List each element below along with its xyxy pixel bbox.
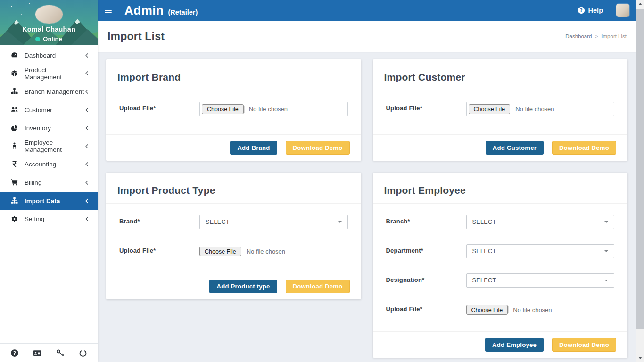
sidebar-item-product-management[interactable]: Product Management	[0, 65, 98, 83]
male-person-icon	[11, 142, 18, 150]
users-icon	[11, 106, 18, 114]
breadcrumb-current: Import List	[601, 33, 627, 39]
sidebar-item-import-data[interactable]: Import Data	[0, 192, 98, 210]
help-label: Help	[588, 7, 603, 14]
rupee-sign-icon	[11, 161, 18, 168]
page-title: Import List	[107, 30, 165, 43]
chevron-left-icon	[85, 53, 89, 58]
sidebar-item-setting[interactable]: Setting	[0, 210, 98, 228]
employee-file-input[interactable]: Choose File No file chosen	[466, 303, 615, 317]
caret-down-icon	[604, 250, 608, 252]
profile-header: Komal Chauhan Online	[0, 0, 98, 45]
tachometer-icon	[11, 51, 18, 59]
choose-file-button[interactable]: Choose File	[199, 247, 241, 256]
help-button[interactable]: ? Help	[578, 7, 603, 14]
gear-icon	[11, 215, 18, 223]
download-demo-button[interactable]: Download Demo	[286, 280, 350, 293]
brand-file-input[interactable]: Choose File No file chosen	[199, 102, 348, 116]
sidebar: Komal Chauhan Online Dashboard Product M…	[0, 0, 98, 362]
card-title: Import Employee	[373, 173, 628, 204]
question-circle-icon[interactable]: ?	[10, 349, 19, 357]
department-select[interactable]: SELECT	[466, 244, 615, 258]
profile-name: Komal Chauhan	[0, 25, 98, 33]
scroll-down-arrow[interactable]	[636, 354, 644, 362]
chevron-left-icon	[85, 198, 89, 204]
select-value: SELECT	[472, 248, 496, 255]
download-demo-button[interactable]: Download Demo	[286, 141, 350, 155]
shopping-cart-icon	[11, 179, 18, 186]
sidebar-item-billing[interactable]: Billing	[0, 173, 98, 192]
scroll-up-arrow[interactable]	[636, 0, 644, 8]
brand-title: Admin	[124, 3, 164, 18]
breadcrumb-dashboard-link[interactable]: Dashboard	[565, 33, 592, 39]
chevron-left-icon	[85, 71, 89, 76]
brand-select[interactable]: SELECT	[199, 215, 348, 229]
online-status-label: Online	[43, 35, 62, 42]
chevron-left-icon	[85, 180, 89, 185]
key-icon[interactable]	[56, 349, 65, 357]
topbar: Admin (Retailer) ? Help	[98, 0, 636, 21]
sidebar-item-dashboard[interactable]: Dashboard	[0, 46, 98, 65]
card-title: Import Customer	[373, 59, 628, 90]
choose-file-button[interactable]: Choose File	[466, 305, 508, 315]
download-demo-button[interactable]: Download Demo	[552, 338, 616, 352]
sidebar-item-label: Customer	[25, 107, 85, 114]
customer-file-input[interactable]: Choose File No file chosen	[466, 102, 615, 116]
sidebar-footer: ?	[0, 343, 98, 362]
upload-file-label: Upload File*	[386, 102, 466, 112]
breadcrumb-separator: >	[595, 34, 598, 39]
add-brand-button[interactable]: Add Brand	[230, 141, 277, 155]
download-demo-button[interactable]: Download Demo	[552, 141, 616, 155]
select-value: SELECT	[472, 219, 496, 225]
sidebar-item-label: Import Data	[25, 197, 85, 205]
sidebar-item-customer[interactable]: Customer	[0, 101, 98, 119]
power-off-icon[interactable]	[79, 349, 87, 357]
chart-pie-icon	[11, 124, 18, 132]
file-status-text: No file chosen	[508, 306, 552, 313]
sidebar-item-label: Accounting	[25, 161, 85, 168]
vertical-scrollbar[interactable]	[636, 0, 644, 362]
branch-select[interactable]: SELECT	[466, 215, 615, 229]
sidebar-item-inventory[interactable]: Inventory	[0, 119, 98, 137]
add-product-type-button[interactable]: Add Product type	[209, 280, 277, 293]
menu-hamburger-icon[interactable]	[105, 8, 112, 13]
brand-role: (Retailer)	[168, 8, 198, 16]
select-value: SELECT	[472, 277, 496, 284]
content-grid: Import Brand Upload File* Choose File No…	[98, 52, 636, 362]
file-status-text: No file chosen	[242, 248, 285, 255]
caret-down-icon	[604, 280, 608, 281]
online-status-dot	[35, 37, 40, 41]
profile-avatar[interactable]	[35, 5, 63, 24]
user-avatar[interactable]	[616, 4, 629, 17]
product-type-file-input[interactable]: Choose File No file chosen	[199, 244, 348, 259]
chevron-left-icon	[85, 216, 89, 222]
import-product-type-card: Import Product Type Brand* SELECT Upload…	[106, 173, 361, 299]
designation-select-label: Designation*	[386, 273, 466, 283]
sidebar-item-label: Inventory	[25, 124, 85, 132]
sitemap-icon	[11, 197, 18, 205]
sidebar-item-label: Setting	[25, 215, 85, 222]
import-brand-card: Import Brand Upload File* Choose File No…	[106, 59, 361, 161]
add-customer-button[interactable]: Add Customer	[486, 141, 544, 155]
add-employee-button[interactable]: Add Employee	[485, 338, 544, 352]
sidebar-item-label: Branch Management	[25, 88, 85, 95]
branch-select-label: Branch*	[386, 215, 466, 225]
sidebar-item-accounting[interactable]: Accounting	[0, 156, 98, 174]
chevron-left-icon	[85, 89, 89, 94]
sidebar-item-label: Billing	[25, 179, 85, 186]
upload-file-label: Upload File*	[119, 244, 199, 254]
upload-file-label: Upload File*	[386, 303, 466, 313]
sidebar-menu: Dashboard Product Management Branch Mana…	[0, 45, 98, 343]
svg-text:?: ?	[580, 8, 583, 13]
id-card-icon[interactable]	[33, 349, 41, 357]
scrollbar-thumb[interactable]	[636, 9, 644, 329]
sidebar-item-employee-management[interactable]: Employee Management	[0, 137, 98, 156]
upload-file-label: Upload File*	[119, 102, 199, 112]
sidebar-item-branch-management[interactable]: Branch Management	[0, 82, 98, 101]
choose-file-button[interactable]: Choose File	[202, 104, 244, 114]
main-area: Import List Dashboard > Import List Impo…	[98, 0, 636, 362]
brand-select-label: Brand*	[119, 215, 199, 225]
chevron-left-icon	[85, 125, 89, 131]
designation-select[interactable]: SELECT	[466, 273, 615, 288]
choose-file-button[interactable]: Choose File	[469, 104, 511, 114]
